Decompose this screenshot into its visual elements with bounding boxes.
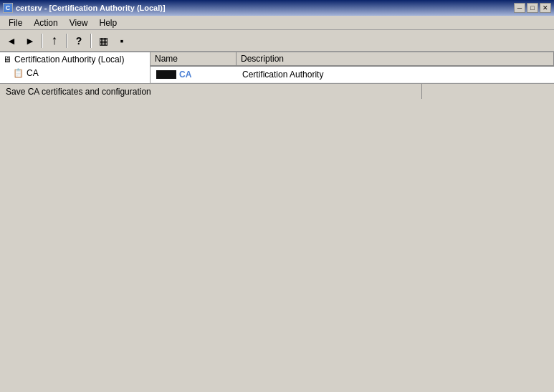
status-bar: Save CA certificates and configuration [0,83,554,99]
minimize-button[interactable]: ─ [514,3,525,13]
toolbar-separator-3 [90,34,92,48]
table-cell-description: Certification Authority [239,68,551,81]
title-bar: C certsrv - [Certification Authority (Lo… [0,0,554,16]
row-icon-blacked [156,70,176,79]
tree-root-label: Certification Authority (Local) [14,54,124,64]
menu-view[interactable]: View [64,16,94,29]
close-button[interactable]: ✕ [540,3,551,13]
help-button[interactable]: ? [70,33,87,49]
toolbar: ◄ ► ↑ ? ▦ ▪ [0,30,554,52]
maximize-button[interactable]: □ [527,3,538,13]
forward-button[interactable]: ► [22,33,39,49]
app-icon: C [3,3,13,13]
column-headers: Name Description [151,52,554,67]
col-header-description[interactable]: Description [237,52,554,65]
title-bar-buttons: ─ □ ✕ [514,3,551,13]
tree-child-icon: 📋 [13,68,24,78]
view-button-2[interactable]: ▪ [113,33,130,49]
tree-root-item[interactable]: 🖥 Certification Authority (Local) [0,52,150,67]
toolbar-separator-1 [42,34,43,48]
menu-file[interactable]: File [3,16,28,29]
window-title: certsrv - [Certification Authority (Loca… [16,4,166,12]
table-row[interactable]: CA Certification Authority [151,67,554,83]
status-text-panel: Save CA certificates and configuration [3,84,422,99]
menu-action[interactable]: Action [28,16,63,29]
menu-bar: File Action View Help [0,16,554,30]
tree-child-label: CA [27,68,39,78]
back-button[interactable]: ◄ [3,33,20,49]
left-panel: 🖥 Certification Authority (Local) 📋 CA A… [0,52,151,83]
tree-child-item[interactable]: 📋 CA [0,67,150,80]
row-ca-prefix: CA [179,70,191,80]
view-button-1[interactable]: ▦ [95,33,112,49]
toolbar-separator-2 [66,34,67,48]
up-button[interactable]: ↑ [46,33,63,49]
col-header-name[interactable]: Name [151,52,237,65]
title-bar-left: C certsrv - [Certification Authority (Lo… [3,3,166,13]
right-panel: Name Description CA Certification Author… [151,52,554,83]
content-wrapper: 🖥 Certification Authority (Local) 📋 CA A… [0,52,554,83]
table-cell-name: CA [153,68,239,81]
tree-root-icon: 🖥 [3,54,11,64]
status-right-panel [422,84,551,99]
menu-help[interactable]: Help [94,16,123,29]
status-text: Save CA certificates and configuration [6,87,151,97]
